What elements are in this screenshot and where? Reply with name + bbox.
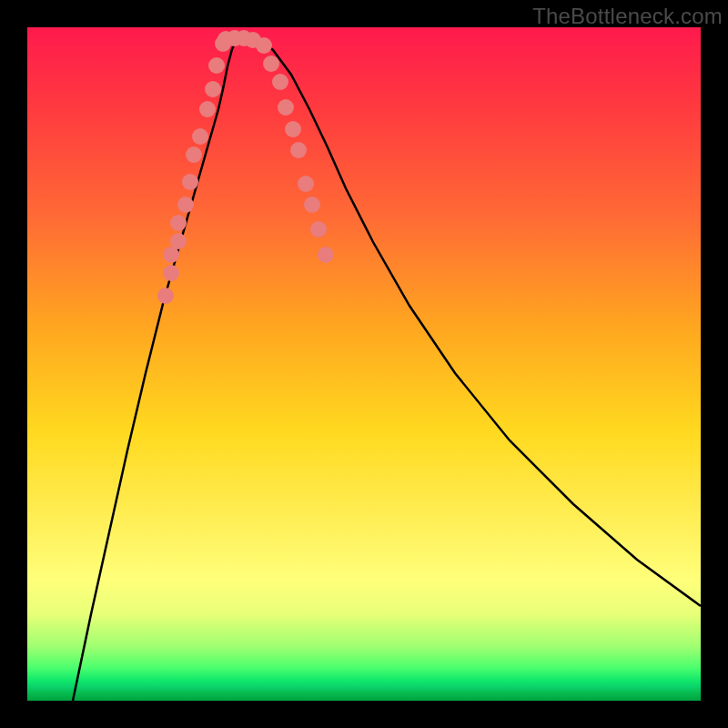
data-dot	[182, 174, 198, 190]
data-dot	[170, 215, 187, 231]
data-dot	[157, 288, 174, 304]
data-dot	[186, 147, 202, 163]
data-dot	[285, 121, 301, 137]
data-dot	[278, 99, 294, 116]
data-dot	[192, 128, 208, 145]
dots-group	[157, 30, 334, 304]
data-dot	[310, 221, 327, 238]
chart-svg	[27, 27, 701, 701]
watermark-text: TheBottleneck.com	[532, 4, 723, 29]
data-dot	[256, 37, 272, 54]
chart-frame: TheBottleneck.com	[0, 0, 728, 728]
curve-path	[73, 38, 701, 701]
data-dot	[199, 101, 216, 117]
data-dot	[177, 197, 194, 213]
data-dot	[298, 176, 314, 192]
data-dot	[170, 233, 187, 249]
data-dot	[208, 57, 225, 74]
plot-area	[27, 27, 701, 701]
data-dot	[205, 81, 221, 97]
data-dot	[290, 142, 307, 158]
data-dot	[272, 74, 288, 90]
data-dot	[163, 265, 179, 281]
data-dot	[318, 247, 334, 263]
data-dot	[304, 197, 320, 213]
data-dot	[263, 56, 279, 72]
